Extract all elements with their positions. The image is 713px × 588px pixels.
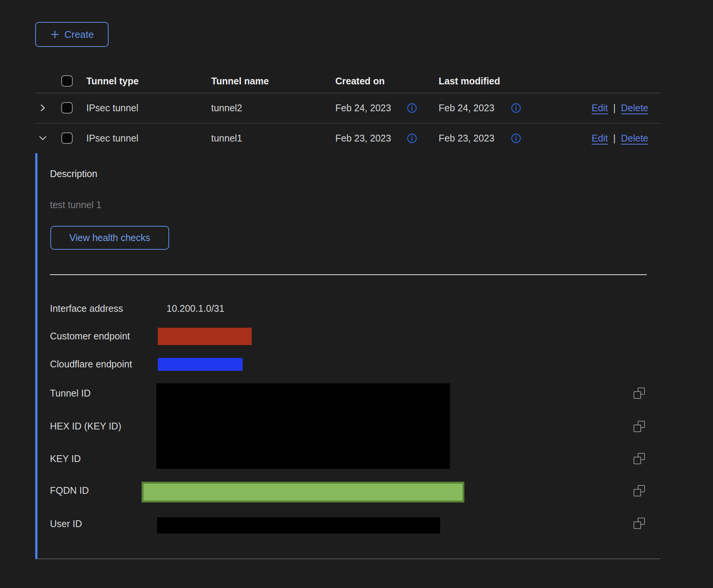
- user-id-redacted-value: [157, 517, 440, 534]
- action-separator: |: [613, 103, 616, 114]
- field-label-customer-endpoint: Customer endpoint: [50, 331, 130, 342]
- copy-icon[interactable]: [634, 453, 645, 464]
- description-label: Description: [50, 168, 97, 179]
- edit-link[interactable]: Edit: [592, 103, 608, 114]
- copy-front-square: [634, 391, 641, 399]
- row-checkbox-cell: [61, 123, 73, 153]
- copy-icon[interactable]: [634, 421, 645, 432]
- created-on-cell: Feb 24, 2023: [335, 93, 391, 123]
- field-label-cloudflare-endpoint: Cloudflare endpoint: [50, 359, 132, 370]
- tunnel-name-cell: tunnel2: [211, 93, 242, 123]
- customer-endpoint-redacted-value: [158, 328, 252, 345]
- copy-icon[interactable]: [634, 387, 645, 399]
- action-separator: |: [613, 133, 616, 144]
- info-icon: [511, 103, 521, 113]
- last-modified-cell: Feb 24, 2023: [439, 93, 494, 123]
- tunnel-id-redacted-value: [156, 383, 450, 469]
- created-on-info[interactable]: [407, 123, 417, 153]
- header-tunnel-name: Tunnel name: [211, 70, 269, 92]
- chevron-right-icon: [38, 103, 47, 112]
- create-button[interactable]: Create: [35, 22, 109, 47]
- tunnel-type-cell: IPsec tunnel: [86, 123, 139, 153]
- select-all-checkbox[interactable]: [61, 75, 73, 87]
- create-button-label: Create: [64, 29, 94, 40]
- chevron-down-icon: [38, 133, 48, 143]
- info-icon: [511, 133, 521, 143]
- header-last-modified: Last modified: [439, 70, 500, 92]
- table-row: IPsec tunnel tunnel2 Feb 24, 2023 Feb 24…: [35, 93, 660, 124]
- info-icon: [407, 133, 417, 143]
- copy-icon[interactable]: [634, 518, 645, 529]
- description-value: test tunnel 1: [50, 199, 101, 210]
- last-modified-cell: Feb 23, 2023: [439, 123, 494, 153]
- created-on-cell: Feb 23, 2023: [335, 123, 391, 153]
- field-label-hex-id: HEX ID (KEY ID): [50, 421, 121, 432]
- row-checkbox[interactable]: [61, 132, 73, 144]
- delete-link[interactable]: Delete: [621, 133, 648, 144]
- tunnels-page: Create Tunnel type Tunnel name Created o…: [0, 0, 713, 588]
- header-created-on: Created on: [335, 70, 385, 92]
- expanded-tunnel-detail: Description test tunnel 1 View health ch…: [35, 153, 660, 559]
- tunnel-name-cell: tunnel1: [211, 123, 242, 153]
- field-label-interface-address: Interface address: [50, 303, 123, 314]
- last-modified-info[interactable]: [511, 93, 521, 123]
- field-value-interface-address: 10.200.1.0/31: [167, 303, 224, 314]
- last-modified-info[interactable]: [511, 123, 521, 153]
- header-tunnel-type: Tunnel type: [86, 70, 139, 92]
- copy-front-square: [634, 521, 641, 529]
- edit-link[interactable]: Edit: [592, 133, 608, 144]
- created-on-info[interactable]: [407, 93, 417, 123]
- field-label-tunnel-id: Tunnel ID: [50, 388, 90, 399]
- field-label-user-id: User ID: [50, 518, 82, 529]
- tunnel-type-cell: IPsec tunnel: [86, 93, 139, 123]
- copy-front-square: [634, 489, 641, 496]
- delete-link[interactable]: Delete: [621, 103, 648, 114]
- section-divider: [50, 274, 647, 275]
- info-icon: [407, 103, 417, 113]
- copy-front-square: [634, 425, 641, 432]
- cloudflare-endpoint-redacted-value: [158, 358, 243, 371]
- row-checkbox-cell: [61, 93, 73, 123]
- row-actions: Edit | Delete: [592, 93, 648, 123]
- plus-icon: [50, 30, 60, 39]
- table-header: Tunnel type Tunnel name Created on Last …: [35, 70, 660, 93]
- table-row: IPsec tunnel tunnel1 Feb 23, 2023 Feb 23…: [35, 123, 660, 153]
- view-health-checks-button[interactable]: View health checks: [50, 226, 169, 250]
- fqdn-id-redacted-value: [142, 482, 464, 502]
- field-label-fqdn-id: FQDN ID: [50, 485, 89, 496]
- collapse-row-button[interactable]: [36, 123, 50, 153]
- expand-row-button[interactable]: [36, 93, 50, 123]
- copy-icon[interactable]: [634, 485, 645, 496]
- select-all-cell: [61, 70, 73, 92]
- field-label-key-id: KEY ID: [50, 453, 81, 464]
- row-actions: Edit | Delete: [592, 123, 648, 153]
- copy-front-square: [634, 457, 641, 464]
- row-checkbox[interactable]: [61, 102, 73, 114]
